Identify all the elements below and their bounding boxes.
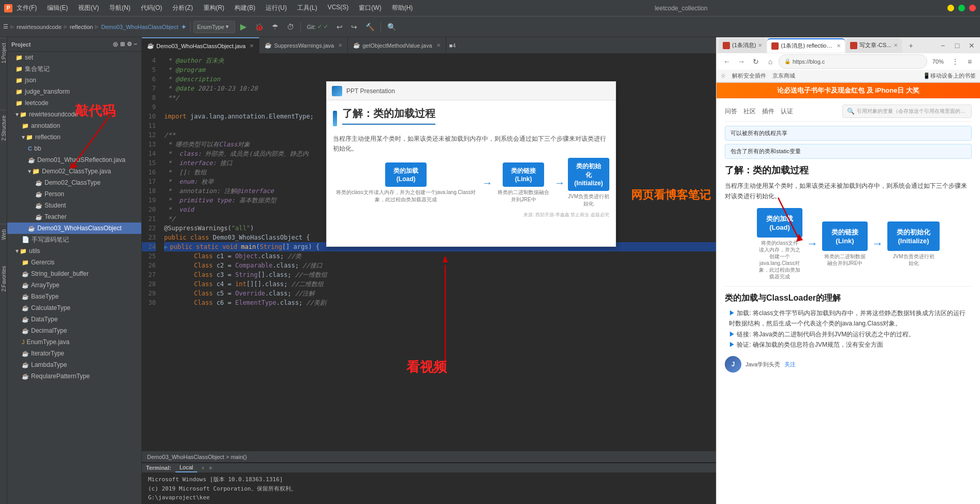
browser-tab-1[interactable]: (1条消息) ✕ <box>719 38 766 53</box>
tree-item-handwritten[interactable]: 📄 手写源码笔记 <box>7 234 141 245</box>
menu-edit[interactable]: 编辑(E) <box>45 3 70 13</box>
breadcrumb-rewirte[interactable]: rewirtesoundcode <box>17 24 62 30</box>
tree-item-demo02-classtype[interactable]: ☕ Demo02_ClassType <box>7 177 141 188</box>
menu-build[interactable]: 构建(B) <box>232 3 257 13</box>
tree-item-collection[interactable]: 📁 集合笔记 <box>7 63 141 75</box>
tree-item-rewirte[interactable]: ▾ 📁 rewirtesoundcode <box>7 109 141 120</box>
menu-vcs[interactable]: VCS(S) <box>326 3 351 13</box>
menu-run[interactable]: 运行(U) <box>264 3 289 13</box>
editor-tab-demo03[interactable]: ☕ Demo03_WhoHasClassObject.java ✕ <box>142 37 259 54</box>
menu-file[interactable]: 文件(F) <box>14 3 39 13</box>
breadcrumb-root[interactable]: ☰ <box>3 23 8 30</box>
tree-item-leetcode[interactable]: 📁 leetcode <box>7 97 141 109</box>
tree-item-bb[interactable]: C bb <box>7 143 141 154</box>
tree-item-teacher[interactable]: ☕ Teacher <box>7 211 141 223</box>
tab-close-icon[interactable]: ✕ <box>338 42 342 48</box>
browser-extensions-button[interactable]: ≡ <box>963 55 976 68</box>
browser-new-tab-button[interactable]: + <box>905 39 917 52</box>
tree-item-enumtype[interactable]: J EnumType.java <box>7 336 141 348</box>
structure-panel-tab[interactable]: 2:Structure <box>0 110 7 146</box>
tree-item-stringbuilder[interactable]: ☕ String_builder_buffer <box>7 268 141 279</box>
favorites-panel-tab[interactable]: 2:Favorites <box>0 261 7 297</box>
tab-close-icon[interactable]: ✕ <box>250 43 254 49</box>
blog-nav-plugin[interactable]: 插件 <box>762 107 774 116</box>
menu-analyze[interactable]: 分析(Z) <box>170 3 195 13</box>
menu-view[interactable]: 视图(V) <box>76 3 101 13</box>
tree-item-student[interactable]: ☕ Student <box>7 200 141 211</box>
blog-nav-qa[interactable]: 问答 <box>725 107 737 116</box>
minimize-button[interactable] <box>947 5 954 11</box>
tree-item-decimaltype[interactable]: ☕ DecimalType <box>7 325 141 336</box>
browser-home-button[interactable]: ⌂ <box>764 55 777 68</box>
breadcrumb-nav-icon[interactable]: ✦ <box>181 23 187 31</box>
bookmark-jd[interactable]: 京东商城 <box>770 71 797 81</box>
profile-button[interactable]: ⏱ <box>284 20 297 34</box>
run-config-dropdown[interactable]: EnumType ▾ <box>194 21 235 33</box>
browser-minimize-btn[interactable]: − <box>937 39 949 52</box>
tree-item-gerercis[interactable]: 📁 Gerercis <box>7 257 141 268</box>
editor-tab-suppress[interactable]: ☕ SuppressWarnings.java ✕ <box>259 37 348 54</box>
browser-close-btn[interactable]: ✕ <box>966 39 978 52</box>
browser-content[interactable]: 论必送电子书年卡及现金红包 及 iPhone日 大奖 问答 社区 插件 认证 🔍… <box>716 83 980 504</box>
breadcrumb-reflection[interactable]: reflection <box>70 24 93 30</box>
tree-item-iteratortype[interactable]: ☕ IteratorType <box>7 348 141 359</box>
tree-item-person[interactable]: ☕ Person <box>7 188 141 200</box>
browser-tab-close-1[interactable]: ✕ <box>758 42 762 48</box>
sidebar-close-icon[interactable]: − <box>134 41 137 48</box>
editor-tab-getobject[interactable]: ☕ getObjectMethodValue.java ✕ <box>348 37 446 54</box>
tree-item-calculatetype[interactable]: ☕ CalculateType <box>7 302 141 314</box>
terminal-local-tab[interactable]: Local <box>175 463 197 472</box>
menu-help[interactable]: 帮助(H) <box>390 3 415 13</box>
run-button[interactable]: ▶ <box>237 20 250 34</box>
tree-item-reqularepattern[interactable]: ☕ ReqularePatternType <box>7 370 141 382</box>
toolbar-build-btn[interactable]: 🔨 <box>362 20 377 34</box>
tree-item-basetype[interactable]: ☕ BaseType <box>7 291 141 302</box>
tree-item-utils[interactable]: ▾ 📁 utils <box>7 245 141 257</box>
terminal-tab-close[interactable]: × <box>201 465 204 471</box>
tree-item-annotation[interactable]: 📁 annotation <box>7 120 141 131</box>
blog-nav-community[interactable]: 社区 <box>743 107 756 116</box>
web-panel-tab[interactable]: Web <box>0 224 7 245</box>
coverage-button[interactable]: ☂ <box>269 20 282 34</box>
tree-item-datatype[interactable]: ☕ DataType <box>7 314 141 325</box>
browser-tab-close-2[interactable]: ✕ <box>837 43 841 49</box>
browser-back-button[interactable]: ← <box>721 55 733 68</box>
close-button[interactable] <box>969 5 976 11</box>
menu-refactor[interactable]: 重构(R) <box>201 3 227 13</box>
browser-tab-close-3[interactable]: ✕ <box>894 42 898 48</box>
browser-tab-3[interactable]: 写文章-CS... ✕ <box>846 38 901 53</box>
project-panel-tab[interactable]: 1:Project <box>0 37 7 68</box>
browser-maximize-btn[interactable]: □ <box>951 39 963 52</box>
sidebar-settings-icon[interactable]: ⚙ <box>127 41 132 48</box>
menu-code[interactable]: 代码(O) <box>139 3 164 13</box>
browser-refresh-button[interactable]: ↻ <box>750 55 762 68</box>
git-status[interactable]: Git: ✓ ✓ <box>304 20 331 34</box>
menu-tools[interactable]: 工具(L) <box>295 3 319 13</box>
url-bar[interactable]: 🔒 https://blog.c <box>779 54 927 69</box>
bookmark-plugin[interactable]: 解析安全插件 <box>730 71 768 81</box>
tree-item-demo02-folder[interactable]: ▾ 📁 Demo02_ClassType.java <box>7 166 141 177</box>
tree-item-set[interactable]: 📁 set <box>7 52 141 63</box>
tree-item-lambdatype[interactable]: ☕ LambdaType <box>7 359 141 370</box>
tree-item-demo03[interactable]: ☕ Demo03_WhoHasClassObject <box>7 223 141 234</box>
blog-nav-auth[interactable]: 认证 <box>781 107 793 116</box>
blog-search-bar[interactable]: 🔍 引用对象的变量（会存放这个引用在堆里面的具体地址） <box>842 105 972 118</box>
tree-item-arraytype[interactable]: ☕ ArrayType <box>7 279 141 291</box>
breadcrumb-class[interactable]: Demo03_WhoHasClassObject <box>101 24 178 30</box>
tree-item-judge[interactable]: 📁 judge_transform <box>7 86 141 97</box>
browser-tab-2[interactable]: (1条消息) reflection-CS... ✕ <box>767 38 845 53</box>
sidebar-locate-icon[interactable]: ◎ <box>113 41 118 48</box>
tab-more-button[interactable]: ■4 <box>446 42 459 49</box>
follow-button[interactable]: 关注 <box>784 361 796 368</box>
sidebar-expand-icon[interactable]: ⊞ <box>120 41 125 48</box>
tree-item-demo01[interactable]: ☕ Demo01_WhatISReflection.java <box>7 154 141 166</box>
tree-item-reflection[interactable]: ▾ 📁 reflection <box>7 131 141 143</box>
tree-item-json[interactable]: 📁 json <box>7 75 141 86</box>
toolbar-search-btn[interactable]: 🔍 <box>384 20 399 34</box>
maximize-button[interactable] <box>958 5 965 11</box>
menu-window[interactable]: 窗口(W) <box>357 3 383 13</box>
browser-menu-button[interactable]: ⋮ <box>949 55 961 68</box>
tab-close-icon[interactable]: ✕ <box>436 42 441 48</box>
debug-button[interactable]: 🐞 <box>252 20 267 34</box>
back-toolbar-btn[interactable]: ↩ <box>333 20 346 34</box>
